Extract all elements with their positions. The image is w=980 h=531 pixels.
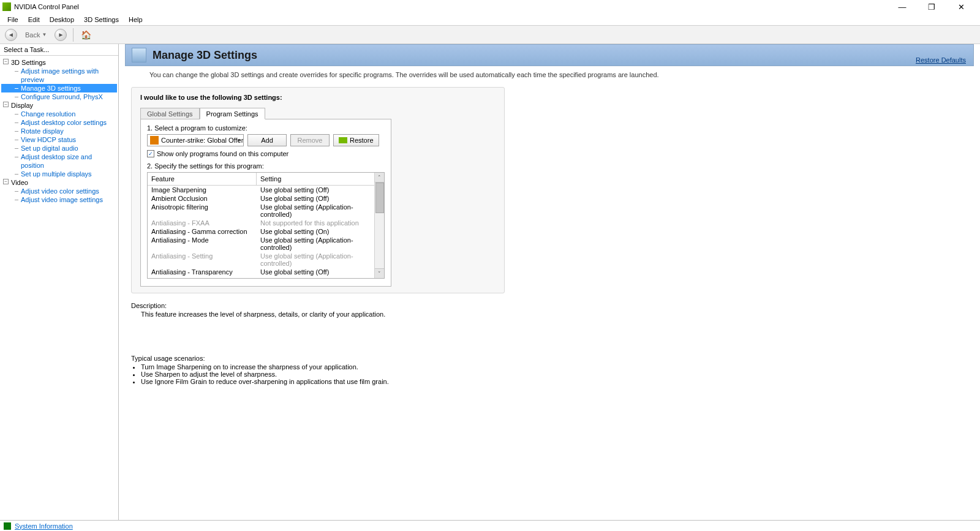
program-icon [150,136,159,145]
grid-row[interactable]: Image SharpeningUse global setting (Off) [148,186,384,194]
grid-row[interactable]: Antialiasing - Gamma correctionUse globa… [148,227,384,236]
menu-help[interactable]: Help [124,15,148,24]
tree-group-label: 3D Settings [11,59,46,66]
add-button[interactable]: Add [247,134,287,146]
grid-row[interactable]: Antialiasing - TransparencyUse global se… [148,268,384,276]
grid-cell-setting: Use global setting (Off) [257,276,384,278]
back-button-icon[interactable]: ◄ [5,29,17,41]
scroll-down-button[interactable]: ˅ [375,268,384,278]
tab-body: 1. Select a program to customize: Counte… [140,119,391,287]
window-controls: — ❐ ✕ [893,2,978,12]
remove-button[interactable]: Remove [290,134,330,146]
grid-row[interactable]: Antialiasing - SettingUse global setting… [148,252,384,268]
tree-item[interactable]: Rotate display [1,127,117,135]
menu-desktop[interactable]: Desktop [45,15,79,24]
forward-button[interactable]: ► [55,29,67,41]
tree-item[interactable]: Adjust image settings with preview [1,67,117,84]
tree-toggle-icon[interactable]: − [3,179,9,184]
grid-header: Feature Setting [148,173,384,186]
minimize-button[interactable]: — [893,2,911,12]
window-title: NVIDIA Control Panel [14,3,79,10]
tab-program-settings[interactable]: Program Settings [200,108,265,119]
nvidia-chip-icon [339,137,347,143]
step2-label: 2. Specify the settings for this program… [147,162,385,170]
restore-button[interactable]: Restore [333,134,379,146]
settings-panel: I would like to use the following 3D set… [131,87,505,293]
grid-row[interactable]: Ambient OcclusionUse global setting (Off… [148,194,384,203]
tree-item[interactable]: Adjust video color settings [1,187,117,195]
usage-label: Typical usage scenarios: [131,355,968,362]
close-button[interactable]: ✕ [952,2,970,12]
grid-row[interactable]: Background Application Max Frame RateUse… [148,276,384,278]
scroll-thumb[interactable] [375,183,384,213]
menubar: File Edit Desktop 3D Settings Help [0,13,980,26]
show-only-found-label: Show only programs found on this compute… [157,150,288,157]
tree-group-label: Display [11,102,33,109]
tree-group-label: Video [11,179,28,186]
tree-item[interactable]: Manage 3D settings [1,84,117,92]
grid-cell-setting: Not supported for this application [257,219,384,227]
back-button[interactable]: Back ▼ [21,29,51,40]
tree-toggle-icon[interactable]: − [3,102,9,107]
tree-item[interactable]: Set up multiple displays [1,170,117,178]
grid-cell-feature: Anisotropic filtering [148,203,257,219]
tree-item[interactable]: Configure Surround, PhysX [1,92,117,101]
home-button[interactable]: 🏠 [80,29,92,41]
maximize-button[interactable]: ❐ [922,2,941,12]
grid-cell-feature: Antialiasing - Gamma correction [148,227,257,236]
grid-cell-setting: Use global setting (Application-controll… [257,203,384,219]
grid-cell-setting: Use global setting (Off) [257,194,384,203]
tree-item[interactable]: View HDCP status [1,135,117,144]
tree-item[interactable]: Adjust video image settings [1,195,117,204]
description-label: Description: [131,302,968,309]
description-text: This feature increases the level of shar… [131,311,968,318]
grid-cell-setting: Use global setting (Off) [257,268,384,276]
grid-header-feature[interactable]: Feature [148,173,257,185]
grid-header-setting[interactable]: Setting [257,173,384,185]
grid-cell-setting: Use global setting (Off) [257,186,384,194]
tab-global-settings[interactable]: Global Settings [140,108,200,119]
grid-cell-feature: Antialiasing - Mode [148,236,257,252]
toolbar: ◄ Back ▼ ► 🏠 [0,26,980,44]
restore-defaults-link[interactable]: Restore Defaults [916,56,966,64]
back-dropdown-icon[interactable]: ▼ [42,32,47,37]
content-area: Manage 3D Settings Restore Defaults You … [119,44,980,520]
tabs: Global Settings Program Settings [140,108,496,119]
system-information-link[interactable]: System Information [15,522,73,530]
grid-row[interactable]: Antialiasing - FXAANot supported for thi… [148,219,384,227]
titlebar: NVIDIA Control Panel — ❐ ✕ [0,0,980,13]
panel-title: I would like to use the following 3D set… [140,94,496,101]
tree-group[interactable]: −Video [1,178,117,187]
tree-item[interactable]: Adjust desktop color settings [1,118,117,127]
grid-row[interactable]: Anisotropic filteringUse global setting … [148,203,384,219]
usage-bullet: Use Ignore Film Grain to reduce over-sha… [141,378,968,385]
tree-group[interactable]: −3D Settings [1,58,117,67]
restore-button-label: Restore [350,135,374,146]
tree-toggle-icon[interactable]: − [3,59,9,64]
page-header: Manage 3D Settings Restore Defaults [125,44,974,66]
back-label: Back [25,31,40,39]
page-header-icon [132,48,146,62]
menu-file[interactable]: File [2,15,23,24]
program-select[interactable]: Counter-strike: Global Offensiv... [147,134,244,146]
scroll-up-button[interactable]: ˄ [375,173,384,183]
task-sidebar: Select a Task... −3D SettingsAdjust imag… [0,44,119,520]
show-only-found-checkbox[interactable]: ✓ [147,150,154,157]
menu-3d-settings[interactable]: 3D Settings [79,15,124,24]
tree-item[interactable]: Change resolution [1,110,117,118]
grid-cell-feature: Antialiasing - Transparency [148,268,257,276]
grid-scrollbar[interactable]: ˄ ˅ [374,173,384,278]
grid-cell-setting: Use global setting (On) [257,227,384,236]
grid-cell-feature: Image Sharpening [148,186,257,194]
tree-group[interactable]: −Display [1,101,117,110]
menu-edit[interactable]: Edit [23,15,45,24]
grid-cell-feature: Ambient Occlusion [148,194,257,203]
settings-grid: Feature Setting Image SharpeningUse glob… [147,172,385,279]
grid-cell-feature: Background Application Max Frame Rate [148,276,257,278]
grid-row[interactable]: Antialiasing - ModeUse global setting (A… [148,236,384,252]
grid-cell-setting: Use global setting (Application-controll… [257,252,384,268]
system-info-icon [4,522,11,530]
tree-item[interactable]: Adjust desktop size and position [1,153,117,170]
page-subtext: You can change the global 3D settings an… [125,66,974,83]
tree-item[interactable]: Set up digital audio [1,144,117,153]
